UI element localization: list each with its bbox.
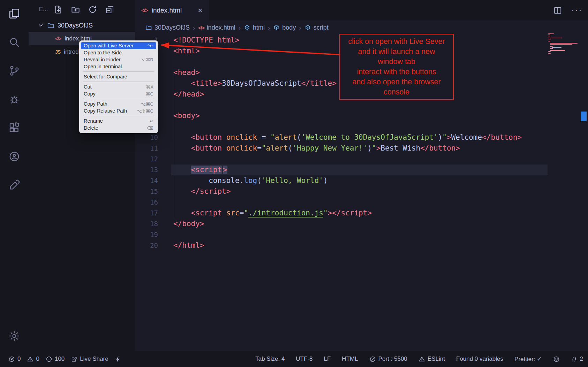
collapse-all-button[interactable] (105, 5, 114, 14)
code-line[interactable]: 1<!DOCTYPE html> (135, 35, 543, 46)
code-text[interactable]: console.log('Hello, World') (173, 175, 328, 186)
code-line[interactable]: 15 </script> (135, 186, 543, 197)
code-line[interactable]: 13 <script> (135, 165, 543, 175)
line-number[interactable]: 19 (135, 229, 158, 240)
code-line[interactable]: 19 (135, 229, 543, 240)
menu-item-open-in-terminal[interactable]: Open in Terminal (81, 63, 156, 70)
activity-annotate-button[interactable] (8, 179, 20, 191)
minimap-line (548, 39, 551, 39)
code-line[interactable]: 8<body> (135, 110, 543, 121)
status-found-0-variables[interactable]: Found 0 variables (456, 355, 503, 362)
code-line[interactable]: 5 <title>30DaysOfJavaScript</title> (135, 78, 543, 89)
menu-item-open-to-the-side[interactable]: Open to the Side (81, 49, 156, 56)
annotation-line: interact with the buttons (341, 67, 452, 77)
code-line[interactable]: 11 <button onclick="alert('Happy New Yea… (135, 143, 543, 154)
status-0[interactable]: 0 (27, 355, 39, 362)
line-number[interactable]: 16 (135, 197, 158, 208)
code-text[interactable]: </body> (173, 219, 204, 229)
menu-item-delete[interactable]: Delete⌫ (81, 124, 156, 131)
menu-item-select-for-compare[interactable]: Select for Compare (81, 73, 156, 80)
code-line[interactable]: 14 console.log('Hello, World') (135, 175, 543, 186)
status-eslint[interactable]: ESLint (419, 355, 445, 362)
line-number[interactable]: 11 (135, 143, 158, 154)
code-text[interactable]: <!DOCTYPE html> (173, 35, 240, 46)
code-text[interactable]: <body> (173, 110, 200, 121)
breadcrumb-script[interactable]: script (304, 24, 329, 31)
menu-item-reveal-in-finder[interactable]: Reveal in Finder⌥⌘R (81, 56, 156, 63)
tab-index-html[interactable]: </> index.html × (135, 0, 209, 21)
code-line[interactable]: 6</head> (135, 89, 543, 100)
status-tab-size-4[interactable]: Tab Size: 4 (255, 355, 285, 362)
more-actions-icon[interactable]: ··· (571, 5, 582, 16)
breadcrumb-index-html[interactable]: </>index.html (198, 24, 235, 31)
menu-item-open-with-live-server[interactable]: Open with Live Server^↩ (81, 42, 156, 49)
code-line[interactable]: 17 <script src="./introduction.js"></scr… (135, 208, 543, 219)
status-port-5500[interactable]: Port : 5500 (369, 355, 407, 362)
code-line[interactable]: 20</html> (135, 240, 543, 251)
status-100[interactable]: 100 (46, 355, 65, 362)
status-utf-8[interactable]: UTF-8 (296, 355, 312, 362)
code-text[interactable]: </script> (173, 186, 231, 197)
code-line[interactable]: 3 (135, 56, 543, 67)
line-number[interactable]: 20 (135, 240, 158, 251)
code-line[interactable]: 2<html> (135, 46, 543, 56)
activity-extensions-button[interactable] (8, 122, 20, 134)
code-text[interactable]: <button onclick="alert('Happy New Year!'… (173, 143, 460, 154)
breadcrumb-html[interactable]: html (244, 24, 265, 31)
code-line[interactable]: 4<head> (135, 67, 543, 78)
split-editor-icon[interactable] (553, 6, 562, 15)
code-line[interactable]: 10 <button onclick = "alert('Welcome to … (135, 132, 543, 143)
settings-gear-button[interactable] (8, 330, 20, 342)
status-0[interactable]: 0 (8, 355, 21, 362)
line-number[interactable]: 15 (135, 186, 158, 197)
new-folder-button[interactable] (71, 5, 80, 14)
activity-search-button[interactable] (8, 36, 20, 48)
code-line[interactable]: 9 (135, 121, 543, 132)
code-line[interactable]: 18</body> (135, 219, 543, 229)
activity-run-debug-button[interactable] (8, 93, 20, 105)
status-live-share[interactable]: Live Share (71, 355, 108, 362)
activity-live-share-button[interactable] (8, 151, 20, 162)
status-html[interactable]: HTML (342, 355, 358, 362)
folder-row-30daysofjs[interactable]: 30DaysOfJS (29, 19, 135, 32)
close-tab-icon[interactable]: × (198, 6, 203, 15)
new-file-button[interactable] (54, 5, 63, 14)
status-smiley[interactable] (553, 356, 560, 362)
menu-shortcut: ⌘X (146, 84, 153, 90)
status-prettier[interactable]: Prettier: ✓ (514, 355, 542, 363)
scrollbar-marker[interactable] (581, 112, 587, 121)
code-area[interactable]: 1<!DOCTYPE html>2<html>34<head>5 <title>… (135, 35, 543, 351)
activity-source-control-button[interactable] (8, 65, 20, 77)
code-line[interactable]: 12 (135, 154, 543, 165)
status-lf[interactable]: LF (324, 355, 331, 362)
code-text[interactable]: <title>30DaysOfJavaScript</title> (173, 78, 337, 89)
line-number[interactable]: 12 (135, 154, 158, 165)
line-number[interactable]: 13 (135, 165, 158, 175)
menu-item-copy[interactable]: Copy⌘C (81, 90, 156, 97)
code-text[interactable]: </html> (173, 240, 204, 251)
status-lightning[interactable] (115, 356, 121, 362)
code-text[interactable]: <script> (173, 165, 227, 175)
line-number[interactable]: 17 (135, 208, 158, 219)
menu-item-copy-path[interactable]: Copy Path⌥⌘C (81, 100, 156, 107)
code-text[interactable]: <head> (173, 67, 200, 78)
code-text[interactable]: </head> (173, 89, 204, 100)
refresh-button[interactable] (88, 5, 97, 14)
line-number[interactable]: 18 (135, 219, 158, 229)
activity-explorer-button[interactable] (8, 8, 20, 20)
code-line[interactable]: 16 (135, 197, 543, 208)
menu-item-copy-relative-path[interactable]: Copy Relative Path⌥⇧⌘C (81, 107, 156, 114)
menu-shortcut: ⌥⌘C (141, 101, 153, 107)
minimap[interactable] (548, 33, 579, 54)
code-line[interactable]: 7 (135, 100, 543, 110)
breadcrumb-30daysofjs[interactable]: 30DaysOfJS (145, 24, 190, 31)
code-text[interactable]: <script src="./introduction.js"></script… (173, 208, 372, 219)
menu-item-rename[interactable]: Rename↩ (81, 117, 156, 124)
line-number[interactable]: 10 (135, 132, 158, 143)
code-text[interactable]: <button onclick = "alert('Welcome to 30D… (173, 132, 522, 143)
breadcrumb-body[interactable]: body (273, 24, 296, 31)
status-2[interactable]: 2 (571, 355, 583, 362)
code-text[interactable]: <html> (173, 46, 200, 56)
menu-item-cut[interactable]: Cut⌘X (81, 83, 156, 90)
line-number[interactable]: 14 (135, 175, 158, 186)
